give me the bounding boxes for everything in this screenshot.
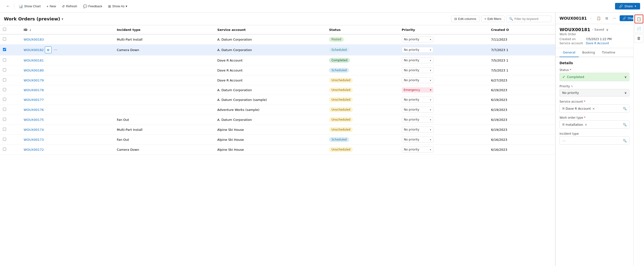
tab-general[interactable]: General bbox=[560, 48, 579, 57]
priority-field-value[interactable]: No priority ∨ bbox=[560, 89, 630, 96]
status-column-header[interactable]: Status bbox=[326, 25, 398, 34]
status-label: Status bbox=[329, 28, 341, 32]
status-badge: Scheduled bbox=[329, 47, 349, 52]
row-checkbox[interactable] bbox=[3, 88, 6, 91]
strip-button-2[interactable]: 📄 bbox=[634, 24, 643, 33]
priority-dropdown[interactable]: No priority▾ bbox=[402, 57, 434, 63]
row-id-link[interactable]: WOUX00181 bbox=[24, 59, 44, 62]
status-field-value[interactable]: ✓ Completed ∨ bbox=[560, 73, 630, 81]
edit-columns-button[interactable]: ⊟ Edit columns bbox=[451, 15, 480, 22]
share-button[interactable]: 🔗 Share ▾ bbox=[615, 3, 640, 9]
service-account-remove-icon[interactable]: × bbox=[592, 107, 595, 110]
priority-no-priority-text: No priority bbox=[404, 118, 419, 121]
row-checkbox[interactable] bbox=[3, 37, 6, 41]
row-checkbox[interactable] bbox=[3, 98, 6, 101]
status-badge: Unscheduled bbox=[329, 97, 353, 102]
panel-window-button[interactable]: ⧉ bbox=[604, 15, 610, 21]
priority-dropdown[interactable]: No priority▾ bbox=[402, 147, 434, 152]
incident-type-column-header[interactable]: Incident type bbox=[114, 25, 214, 34]
strip-button-3[interactable]: 🗑 bbox=[634, 34, 643, 43]
priority-dropdown[interactable]: No priority▾ bbox=[402, 137, 434, 142]
filter-input[interactable] bbox=[514, 17, 548, 21]
service-account-tag-icon: ⊞ bbox=[562, 107, 565, 110]
service-account-column-header[interactable]: Service account bbox=[214, 25, 326, 34]
panel-note-button[interactable]: 📋 bbox=[595, 15, 602, 21]
expand-chevron-icon[interactable]: ∨ bbox=[606, 28, 608, 32]
row-checkbox[interactable] bbox=[3, 118, 6, 121]
row-incident-type bbox=[114, 105, 214, 115]
show-as-button[interactable]: ⊞ Show As ▾ bbox=[106, 3, 130, 9]
row-checkbox[interactable] bbox=[3, 68, 6, 71]
row-id-link[interactable]: WOUX00180 bbox=[24, 69, 44, 72]
panel-more-button[interactable]: ⋯ bbox=[611, 15, 618, 21]
refresh-icon: ↺ bbox=[62, 4, 65, 8]
list-title-chevron-icon[interactable]: ▾ bbox=[62, 17, 63, 21]
priority-label: Priority bbox=[402, 28, 415, 32]
filter-input-container: 🔍 bbox=[506, 15, 551, 22]
priority-dropdown[interactable]: No priority▾ bbox=[402, 67, 434, 73]
row-id-link[interactable]: WOUX00175 bbox=[24, 118, 44, 122]
priority-chevron-icon: ▾ bbox=[430, 128, 431, 131]
row-id-link[interactable]: WOUX00173 bbox=[24, 138, 44, 142]
service-account-search-icon[interactable]: 🔍 bbox=[623, 107, 627, 110]
row-id-link[interactable]: WOUX00179 bbox=[24, 78, 44, 82]
strip-button-1[interactable]: 📋 bbox=[634, 14, 643, 23]
row-checkbox[interactable] bbox=[3, 148, 6, 151]
incident-type-search-icon[interactable]: 🔍 bbox=[623, 139, 627, 142]
priority-column-header[interactable]: Priority bbox=[399, 25, 488, 34]
priority-emergency-dropdown[interactable]: Emergency▾ bbox=[402, 87, 434, 93]
id-column-header[interactable]: ID ↓ bbox=[21, 25, 114, 34]
priority-dropdown[interactable]: No priority▾ bbox=[402, 97, 434, 103]
row-open-form-icon[interactable]: ⊞ bbox=[45, 46, 52, 53]
service-account-tag-field[interactable]: ⊞ Dave R Account × 🔍 bbox=[560, 104, 630, 113]
priority-field-label: Priority ✎ bbox=[560, 85, 630, 88]
new-button[interactable]: + New bbox=[44, 3, 58, 9]
row-id-link[interactable]: WOUX00176 bbox=[24, 108, 44, 112]
tab-booking[interactable]: Booking bbox=[579, 48, 598, 57]
work-order-type-tag-field[interactable]: ⊞ Installation × 🔍 bbox=[560, 120, 630, 129]
priority-dropdown[interactable]: No priority▾ bbox=[402, 127, 434, 133]
row-id-link[interactable]: WOUX00182 bbox=[24, 48, 44, 52]
refresh-button[interactable]: ↺ Refresh bbox=[60, 3, 80, 9]
row-status: Posted bbox=[326, 34, 398, 44]
panel-share-label: Share bbox=[628, 16, 633, 20]
row-more-icon[interactable]: ··· bbox=[52, 47, 58, 53]
show-chart-button[interactable]: 📊 Show Chart bbox=[16, 3, 43, 9]
panel-share-button[interactable]: 🔗 Share ▾ bbox=[620, 15, 633, 21]
row-service-account: A. Datum Corporation bbox=[214, 34, 326, 44]
edit-filters-button[interactable]: ▿ Edit filters bbox=[481, 15, 504, 22]
panel-back-button[interactable]: ‹ bbox=[589, 15, 593, 21]
row-checkbox[interactable] bbox=[3, 128, 6, 131]
tab-timeline[interactable]: Timeline bbox=[598, 48, 619, 57]
select-all-header[interactable] bbox=[0, 25, 21, 34]
priority-dropdown[interactable]: No priority▾ bbox=[402, 117, 434, 123]
row-checkbox[interactable] bbox=[3, 58, 6, 61]
row-checkbox[interactable] bbox=[3, 138, 6, 141]
row-checkbox[interactable] bbox=[3, 108, 6, 111]
priority-dropdown[interactable]: No priority▾ bbox=[402, 77, 434, 83]
back-button[interactable]: ← bbox=[4, 3, 12, 10]
created-column-header[interactable]: Created O bbox=[488, 25, 555, 34]
incident-type-value-field[interactable]: --- 🔍 bbox=[560, 136, 630, 145]
row-id-link[interactable]: WOUX00183 bbox=[24, 38, 44, 41]
row-id-link[interactable]: WOUX00172 bbox=[24, 148, 44, 151]
strip-icon-2: 📄 bbox=[636, 26, 641, 31]
row-priority: No priority▾ bbox=[399, 44, 488, 55]
priority-dropdown[interactable]: No priority▾ bbox=[402, 36, 434, 42]
priority-dropdown[interactable]: No priority▾ bbox=[402, 47, 434, 53]
id-column-label: ID bbox=[24, 28, 28, 32]
row-checkbox[interactable] bbox=[3, 78, 6, 81]
service-account-meta-link[interactable]: Dave R Account bbox=[586, 41, 609, 45]
work-order-type-remove-icon[interactable]: × bbox=[584, 123, 587, 126]
priority-edit-icon[interactable]: ✎ bbox=[571, 85, 573, 88]
row-id-link[interactable]: WOUX00178 bbox=[24, 88, 44, 92]
row-checkbox[interactable] bbox=[3, 48, 6, 51]
select-all-checkbox[interactable] bbox=[3, 28, 6, 31]
work-order-type-search-icon[interactable]: 🔍 bbox=[623, 123, 627, 126]
status-badge: Unscheduled bbox=[329, 78, 353, 83]
right-panel-content: WOUX00181 - Saved ∨ Work Order Created o… bbox=[556, 24, 633, 266]
feedback-button[interactable]: 💬 Feedback bbox=[80, 3, 105, 9]
row-id-link[interactable]: WOUX00174 bbox=[24, 128, 44, 132]
row-id-link[interactable]: WOUX00177 bbox=[24, 98, 44, 102]
priority-dropdown[interactable]: No priority▾ bbox=[402, 107, 434, 113]
